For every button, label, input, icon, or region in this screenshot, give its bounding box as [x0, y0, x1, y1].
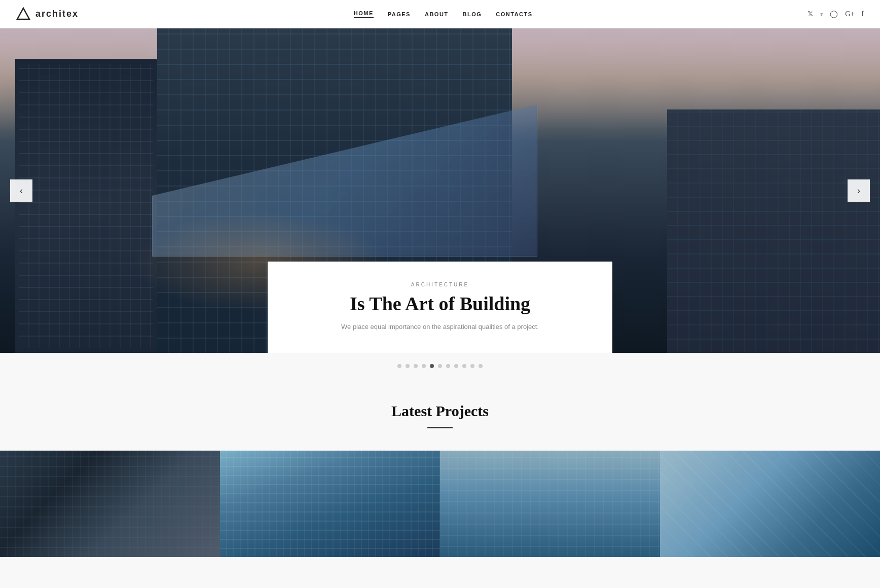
project-card-1[interactable] — [0, 451, 220, 557]
instagram-icon[interactable]: ◯ — [830, 10, 838, 18]
project-card-3[interactable] — [440, 451, 660, 557]
section-header: Latest Projects — [0, 387, 880, 436]
dot-10[interactable] — [470, 364, 474, 368]
nav-blog[interactable]: BLOG — [463, 11, 482, 17]
dot-4[interactable] — [422, 364, 426, 368]
logo-area[interactable]: architex — [16, 7, 79, 21]
logo-icon — [16, 7, 30, 21]
googleplus-icon[interactable]: G+ — [845, 10, 854, 18]
pinterest-icon[interactable]: 𝔯 — [820, 10, 823, 18]
slider-next-button[interactable]: › — [848, 179, 870, 202]
twitter-icon[interactable]: 𝕏 — [808, 10, 813, 18]
slider-dots — [0, 353, 880, 382]
slide-text-box: ARCHITECTURE Is The Art of Building We p… — [268, 262, 612, 353]
header: architex HOME PAGES ABOUT BLOG CONTACTS … — [0, 0, 880, 28]
nav-pages[interactable]: PAGES — [388, 11, 411, 17]
section-title: Latest Projects — [0, 402, 880, 420]
slide-description: We place equal importance on the aspirat… — [298, 322, 582, 333]
project-image-2 — [220, 451, 440, 557]
slide-title: Is The Art of Building — [298, 293, 582, 315]
dot-3[interactable] — [414, 364, 418, 368]
dot-5[interactable] — [430, 364, 434, 368]
hero-slider: ‹ › ARCHITECTURE Is The Art of Building … — [0, 28, 880, 353]
slider-prev-button[interactable]: ‹ — [10, 179, 32, 202]
main-nav: HOME PAGES ABOUT BLOG CONTACTS — [354, 10, 533, 18]
project-image-3 — [440, 451, 660, 557]
slide-category: ARCHITECTURE — [298, 282, 582, 287]
dot-7[interactable] — [446, 364, 450, 368]
section-divider — [427, 427, 453, 428]
project-card-4[interactable] — [660, 451, 880, 557]
nav-about[interactable]: ABOUT — [425, 11, 449, 17]
dot-8[interactable] — [454, 364, 458, 368]
project-image-1 — [0, 451, 220, 557]
dot-6[interactable] — [438, 364, 442, 368]
building-right — [667, 109, 880, 353]
facebook-icon[interactable]: f — [861, 10, 864, 18]
nav-contacts[interactable]: CONTACTS — [496, 11, 532, 17]
project-image-4 — [660, 451, 880, 557]
social-links: 𝕏 𝔯 ◯ G+ f — [808, 10, 864, 18]
dot-9[interactable] — [462, 364, 466, 368]
nav-home[interactable]: HOME — [354, 10, 374, 18]
latest-projects-section: Latest Projects — [0, 382, 880, 557]
dot-2[interactable] — [406, 364, 410, 368]
svg-marker-0 — [17, 8, 29, 19]
dot-1[interactable] — [397, 364, 401, 368]
site-name: architex — [35, 9, 79, 19]
dot-11[interactable] — [479, 364, 483, 368]
project-card-2[interactable] — [220, 451, 440, 557]
projects-grid — [0, 451, 880, 557]
